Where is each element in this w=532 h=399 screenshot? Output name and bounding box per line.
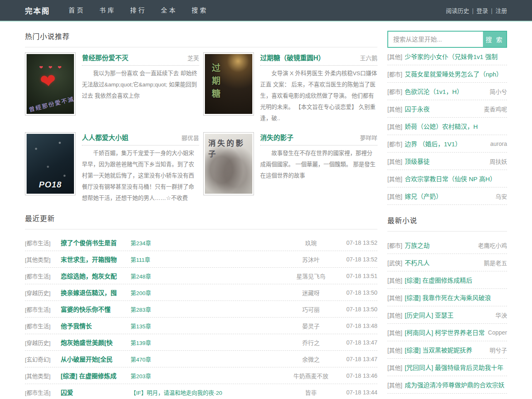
novel-title-link[interactable]: [综漫] 我靠作死在大海乘风破浪	[405, 293, 505, 302]
chapter-link[interactable]: 第470章	[131, 355, 282, 363]
chapter-link[interactable]: 第203章	[131, 372, 282, 380]
category-tag: [其他]	[387, 122, 402, 131]
novel-title-link[interactable]: 万族之劫	[405, 241, 475, 249]
category-tag: [都市生活]	[25, 388, 61, 397]
book-title-link[interactable]: 人人都爱大小姐	[82, 132, 182, 142]
book-title-link[interactable]: 曾经那份爱不灭	[82, 52, 187, 62]
book-cover[interactable]: 过期糖	[203, 52, 254, 116]
novel-title-link[interactable]: [柯南同人] 柯学世界养老日常	[405, 328, 485, 337]
novel-title-link[interactable]: 少爷家的小女仆（兄妹骨1v1 强制	[405, 52, 505, 61]
book-author: 王六鹅	[360, 54, 377, 62]
novel-author: 华泱	[495, 311, 507, 319]
novel-author: 乔行之	[282, 338, 340, 347]
category-tag: [其他]	[387, 363, 402, 372]
novel-title-link[interactable]: [综漫] 在虚圈修炼成	[61, 371, 131, 380]
chapter-link[interactable]: 第248章	[131, 272, 282, 280]
category-tag: [其他]	[387, 346, 402, 354]
chapter-link[interactable]: 【IF】明月，请温和地走向我的夜·20	[131, 388, 282, 397]
nav-item-search[interactable]: 搜索	[185, 0, 215, 21]
nav-item-ranking[interactable]: 排行	[123, 0, 154, 21]
category-tag: [其他]	[387, 276, 402, 284]
novel-title-link[interactable]: 不朽凡人	[405, 258, 481, 267]
sidebar-novel-item: [其他] 少爷家的小女仆（兄妹骨1v1 强制	[387, 48, 507, 65]
user-links: 阅读历史|登录|注册	[446, 6, 507, 15]
novel-title-link[interactable]: 嫁兄（产奶）	[405, 192, 493, 200]
nav-item-complete[interactable]: 全本	[154, 0, 185, 21]
novel-title-link[interactable]: 边界 （婚后，1V1）	[405, 139, 488, 148]
heart-icon: ❤	[39, 69, 57, 93]
nav-item-home[interactable]: 首页	[62, 0, 92, 21]
novel-author: 周扶妖	[490, 157, 507, 165]
hot-recommend-list: [其他] 少爷家的小女仆（兄妹骨1v1 强制 [都市] 艾薇女星就爱睡处男怎么了…	[387, 48, 507, 205]
category-tag: [其他]	[387, 311, 402, 319]
novel-title-link[interactable]: [综漫] 当双黑被妮妮抚养	[405, 345, 487, 354]
novel-author: 玖琬	[282, 239, 340, 247]
novel-title-link[interactable]: 撩了个俊俏书生是首	[61, 238, 131, 247]
newest-novels-section: 最新小说 [都市] 万族之劫 老鹰吃小鸡 [武侠] 不朽凡人 鹅是老五	[387, 205, 507, 399]
search-button[interactable]: 搜 索	[483, 32, 506, 47]
category-tag: [其他]	[387, 175, 402, 183]
sidebar-novel-item: [都市] 色欲沉沦（1v1，H） 简小兮	[387, 83, 507, 100]
novel-title-link[interactable]: 从小破屋开始[全民	[61, 355, 131, 363]
novel-title-link[interactable]: [综漫] 在虚圈修炼成精后	[405, 276, 505, 284]
book-author: 芝芙	[187, 54, 199, 62]
category-tag: [都市生活]	[25, 322, 61, 330]
book-title-link[interactable]: 消失的影子	[260, 132, 360, 142]
novel-author: 牛奶燕麦不放	[282, 372, 340, 380]
recent-update-row: [都市生活] 恋综选她，炮灰女配 第248章 星落见飞鸟 07-18 13:51	[25, 268, 377, 284]
register-link[interactable]: 注册	[495, 7, 507, 14]
novel-title-link[interactable]: 艾薇女星就爱睡处男怎么了（nph）	[405, 69, 505, 78]
login-link[interactable]: 登录	[476, 7, 488, 14]
update-time: 07-18 13:50	[340, 306, 377, 313]
sidebar-novel-item: [都市] 万族之劫 老鹰吃小鸡	[387, 236, 507, 254]
book-cover[interactable]: PO18	[25, 132, 76, 195]
nav-item-library[interactable]: 书库	[92, 0, 123, 21]
category-tag: [都市]	[387, 70, 402, 78]
chapter-link[interactable]: 第111章	[131, 255, 282, 264]
category-tag: [都市生活]	[25, 305, 61, 313]
chapter-link[interactable]: 第139章	[131, 338, 282, 347]
category-tag: [穿越历史]	[25, 288, 61, 297]
divider: |	[472, 7, 474, 14]
novel-author: 星落见飞鸟	[282, 272, 340, 280]
book-title-link[interactable]: 过期糖（破镜重圆H）	[260, 52, 360, 62]
novel-title-link[interactable]: 换亲嫁退伍糙汉，囤	[61, 288, 131, 297]
recent-updates-section: 最近更新 [都市生活] 撩了个俊俏书生是首 第234章 玖琬 07-18 13:…	[25, 204, 377, 399]
category-tag: [其他]	[387, 328, 402, 337]
book-cover[interactable]: ❤ ❤ ❤ ❤ 曾經那份愛不滅	[25, 52, 76, 116]
novel-title-link[interactable]: 顶级暴徒	[405, 157, 487, 165]
novel-title-link[interactable]: [历史同人] 亚瑟王	[405, 310, 493, 319]
novel-title-link[interactable]: 富婆的快乐你不懂	[61, 305, 131, 313]
novel-title-link[interactable]: 囚爱	[61, 388, 131, 397]
category-tag: [都市生活]	[25, 239, 61, 247]
reading-history-link[interactable]: 阅读历史	[446, 7, 469, 14]
novel-title-link[interactable]: 囚于永夜	[405, 104, 481, 113]
novel-title-link[interactable]: 合欢宗掌教日常（仙侠 NP 高H）	[405, 174, 505, 183]
novel-title-link[interactable]: 成为强迫清冷师尊做炉鼎的合欢宗妖	[405, 380, 505, 389]
novel-title-link[interactable]: 他予我情长	[61, 321, 131, 330]
site-logo[interactable]: 完本阁	[25, 5, 50, 16]
chapter-link[interactable]: 第200章	[131, 288, 282, 297]
book-author: 夢咩咩	[360, 133, 377, 142]
novel-title-link[interactable]: 炮灰她盛世美颜[快	[61, 338, 131, 347]
book-cover[interactable]: 消失的影子	[203, 132, 254, 195]
search-input[interactable]	[388, 32, 483, 47]
novel-title-link[interactable]: 恋综选她，炮灰女配	[61, 271, 131, 280]
chapter-link[interactable]: 第135章	[131, 322, 282, 330]
novel-title-link[interactable]: 末世求生，开箱囤物	[61, 255, 131, 264]
novel-author: 明兮子	[490, 346, 507, 354]
novel-title-link[interactable]: [咒回同人] 最强特级背后灵助我十年	[405, 363, 505, 372]
hot-novels-section: 热门小说推荐 ❤ ❤ ❤ ❤ 曾經那份愛不滅 曾经那份爱不灭 芝芙	[25, 22, 377, 204]
recent-update-row: [其他类型] [综漫] 在虚圈修炼成 第203章 牛奶燕麦不放 07-18 13…	[25, 367, 377, 384]
category-tag: [其他]	[387, 293, 402, 302]
section-title-hot: 热门小说推荐	[25, 22, 377, 47]
novel-title-link[interactable]: 娇荷（公媳）农村糙汉，H	[405, 122, 505, 131]
category-tag: [其他类型]	[25, 372, 61, 380]
cover-caption: 曾經那份愛不滅	[28, 94, 74, 114]
novel-title-link[interactable]: 色欲沉沦（1v1，H）	[405, 87, 487, 96]
chapter-link[interactable]: 第283章	[131, 305, 282, 313]
sidebar-novel-item: [其他] 囚于永夜 麦香鸡呢	[387, 100, 507, 118]
chapter-link[interactable]: 第234章	[131, 239, 282, 247]
recent-update-row: [其他类型] 末世求生，开箱囤物 第111章 苏沐叶 07-18 13:52	[25, 251, 377, 268]
category-tag: [其他]	[387, 52, 402, 61]
